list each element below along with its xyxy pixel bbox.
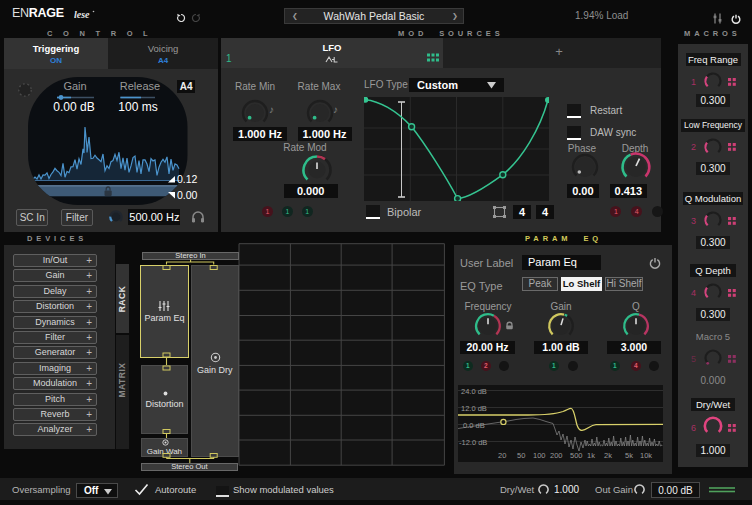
svg-text:50: 50 xyxy=(517,451,525,460)
svg-text:200: 200 xyxy=(550,451,563,460)
svg-text:24.0 dB: 24.0 dB xyxy=(461,387,487,396)
svg-text:5k: 5k xyxy=(625,451,633,460)
svg-text:500: 500 xyxy=(570,451,583,460)
svg-text:20: 20 xyxy=(498,451,506,460)
svg-text:1k: 1k xyxy=(587,451,595,460)
svg-text:-12.0 dB: -12.0 dB xyxy=(459,438,487,447)
svg-text:lese: lese xyxy=(74,9,90,20)
svg-text:12.0 dB: 12.0 dB xyxy=(461,404,487,413)
svg-text:100: 100 xyxy=(533,451,546,460)
svg-text:10k: 10k xyxy=(640,451,652,460)
svg-text:0.0 dB: 0.0 dB xyxy=(463,421,485,430)
svg-text:2k: 2k xyxy=(604,451,612,460)
